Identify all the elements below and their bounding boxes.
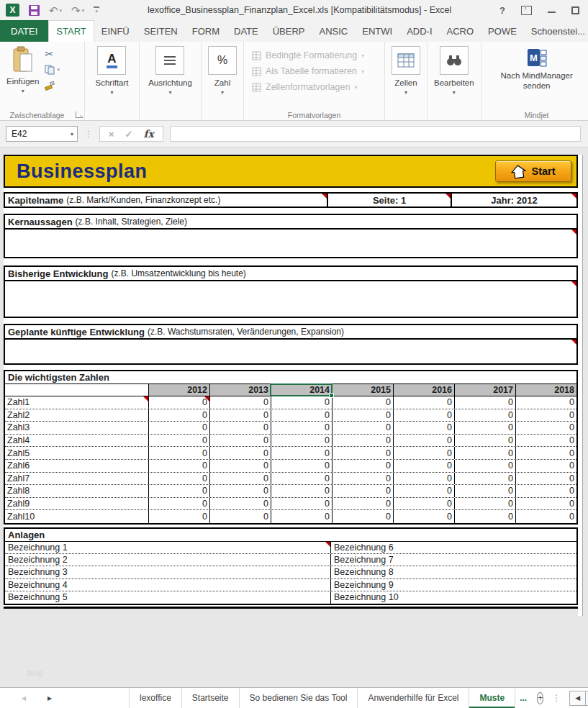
value-cell[interactable]: 0 — [148, 485, 209, 497]
value-cell[interactable]: 0 — [148, 447, 209, 459]
ribbon-tab-acro[interactable]: ACRO — [440, 20, 481, 42]
format-painter-icon[interactable] — [45, 81, 55, 91]
value-cell[interactable]: 0 — [515, 435, 576, 447]
value-cell[interactable]: 0 — [515, 473, 576, 485]
chevron-down-icon[interactable]: ▾ — [57, 67, 60, 73]
value-cell[interactable]: 0 — [209, 460, 271, 472]
kapitelname-cell[interactable]: Kapitelname (z.B. Markt/Kunden, Finanzko… — [5, 194, 327, 206]
value-cell[interactable]: 0 — [209, 485, 271, 497]
sheet-tab-startseite[interactable]: Startseite — [182, 688, 240, 708]
value-cell[interactable]: 0 — [515, 396, 576, 409]
value-cell[interactable]: 0 — [209, 498, 271, 510]
ribbon-tab-datei[interactable]: DATEI — [0, 20, 48, 42]
chevron-down-icon[interactable]: ▾ — [110, 89, 113, 96]
section-input-area[interactable] — [5, 230, 576, 257]
scroll-left-button[interactable]: ◀ — [569, 691, 586, 706]
row-label[interactable]: Zahl4 — [5, 435, 148, 447]
value-cell[interactable]: 0 — [271, 447, 332, 459]
alignment-button[interactable]: Ausrichtung ▾ — [144, 45, 196, 96]
value-cell[interactable]: 0 — [393, 422, 454, 434]
value-cell[interactable]: 0 — [454, 409, 515, 422]
value-cell[interactable]: 0 — [454, 422, 515, 434]
dialog-launcher-icon[interactable] — [76, 112, 82, 118]
value-cell[interactable]: 0 — [209, 409, 271, 422]
value-cell[interactable]: 0 — [332, 447, 393, 459]
anlagen-cell-left[interactable]: Bezeichnung 1 — [5, 542, 331, 553]
value-cell[interactable]: 0 — [271, 409, 332, 422]
value-cell[interactable]: 0 — [515, 498, 576, 510]
year-header-2014[interactable]: 2014 — [271, 384, 332, 396]
row-label[interactable]: Zahl9 — [5, 498, 148, 510]
value-cell[interactable]: 0 — [332, 485, 393, 497]
value-cell[interactable]: 0 — [393, 396, 454, 409]
new-sheet-button[interactable]: + — [537, 692, 543, 704]
minimize-button[interactable] — [548, 12, 556, 13]
year-header-2012[interactable]: 2012 — [148, 384, 209, 396]
value-cell[interactable]: 0 — [332, 409, 393, 422]
value-cell[interactable]: 0 — [393, 510, 454, 523]
row-label[interactable]: Zahl10 — [5, 510, 148, 523]
value-cell[interactable]: 0 — [209, 435, 271, 447]
year-header-2015[interactable]: 2015 — [332, 384, 393, 396]
sheet-tab-overflow[interactable]: ... — [515, 688, 531, 708]
save-icon[interactable] — [29, 5, 40, 16]
value-cell[interactable]: 0 — [148, 396, 209, 409]
ribbon-tab-date[interactable]: DATE — [227, 20, 266, 42]
value-cell[interactable]: 0 — [271, 422, 332, 434]
enter-icon[interactable]: ✓ — [125, 129, 133, 140]
value-cell[interactable]: 0 — [148, 422, 209, 434]
ribbon-tab-überp[interactable]: ÜBERP — [266, 20, 312, 42]
jahr-cell[interactable]: Jahr: 2012 — [451, 194, 576, 206]
value-cell[interactable]: 0 — [271, 435, 332, 447]
value-cell[interactable]: 0 — [271, 473, 332, 485]
ribbon-tab-form[interactable]: FORM — [185, 20, 227, 42]
value-cell[interactable]: 0 — [393, 435, 454, 447]
anlagen-cell-right[interactable]: Bezeichnung 10 — [331, 591, 576, 604]
value-cell[interactable]: 0 — [393, 447, 454, 459]
insert-function-icon[interactable]: fx — [144, 128, 154, 140]
editing-button[interactable]: Bearbeiten ▾ — [430, 45, 479, 96]
paste-button[interactable]: Einfügen ▾ — [2, 45, 43, 95]
value-cell[interactable]: 0 — [515, 485, 576, 497]
value-cell[interactable]: 0 — [515, 422, 576, 434]
chevron-down-icon[interactable]: ▾ — [67, 131, 77, 137]
cut-icon[interactable]: ✂ — [45, 49, 60, 59]
value-cell[interactable]: 0 — [271, 460, 332, 472]
ribbon-tab-powe[interactable]: POWE — [481, 20, 524, 42]
value-cell[interactable]: 0 — [148, 473, 209, 485]
anlagen-cell-left[interactable]: Bezeichnung 5 — [5, 591, 331, 604]
chevron-down-icon[interactable]: ▾ — [60, 8, 63, 13]
value-cell[interactable]: 0 — [332, 422, 393, 434]
style-item-als-tabelle-formatieren[interactable]: Als Tabelle formatieren▾ — [252, 66, 364, 76]
value-cell[interactable]: 0 — [454, 396, 515, 409]
anlagen-cell-right[interactable]: Bezeichnung 8 — [331, 566, 576, 578]
year-header-2016[interactable]: 2016 — [393, 384, 454, 396]
ribbon-tab-start[interactable]: START — [48, 20, 94, 42]
sheet-tab-lexoffice[interactable]: lexoffice — [130, 688, 182, 708]
anlagen-cell-right[interactable]: Bezeichnung 9 — [331, 579, 576, 591]
value-cell[interactable]: 0 — [148, 510, 209, 523]
row-label[interactable]: Zahl1 — [5, 396, 148, 409]
section-input-area[interactable] — [5, 281, 576, 317]
start-button[interactable]: Start — [495, 160, 571, 182]
anlagen-cell-left[interactable]: Bezeichnung 4 — [5, 579, 331, 591]
ribbon-tab-schoenstei[interactable]: Schoenstei...▾ — [524, 20, 588, 42]
row-label[interactable]: Zahl2 — [5, 409, 148, 422]
redo-button[interactable]: ↷▾ — [71, 5, 84, 16]
style-item-zellenformatvorlagen[interactable]: Zellenformatvorlagen▾ — [252, 82, 364, 92]
sheet-tab-muste-active[interactable]: Muste — [469, 688, 515, 708]
value-cell[interactable]: 0 — [454, 510, 515, 523]
value-cell[interactable]: 0 — [148, 460, 209, 472]
name-box[interactable]: E42 ▾ — [6, 126, 78, 142]
anlagen-cell-left[interactable]: Bezeichnung 2 — [5, 554, 331, 566]
row-label[interactable]: Zahl3 — [5, 422, 148, 434]
value-cell[interactable]: 0 — [454, 473, 515, 485]
sheet-nav-right-icon[interactable]: ▸ — [48, 693, 52, 703]
value-cell[interactable]: 0 — [332, 473, 393, 485]
ribbon-tab-einfü[interactable]: EINFÜ — [94, 20, 137, 42]
value-cell[interactable]: 0 — [454, 498, 515, 510]
anlagen-cell-right[interactable]: Bezeichnung 7 — [331, 554, 576, 566]
value-cell[interactable]: 0 — [209, 396, 271, 409]
row-label[interactable]: Zahl8 — [5, 485, 148, 497]
value-cell[interactable]: 0 — [393, 473, 454, 485]
